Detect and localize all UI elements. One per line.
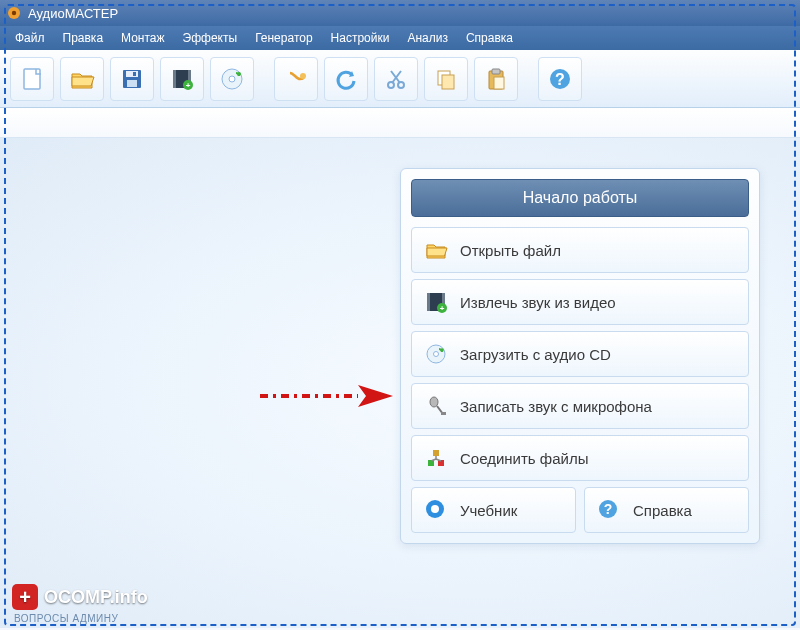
svg-point-13 — [229, 76, 235, 82]
svg-rect-21 — [492, 69, 500, 74]
mic-icon — [424, 394, 448, 418]
svg-point-14 — [237, 72, 241, 76]
svg-point-1 — [12, 11, 16, 15]
svg-rect-4 — [126, 71, 138, 77]
start-tutorial[interactable]: Учебник — [411, 487, 576, 533]
svg-rect-8 — [173, 70, 176, 88]
start-bottom-label: Справка — [633, 502, 692, 519]
start-option-label: Записать звук с микрофона — [460, 398, 652, 415]
start-merge-files[interactable]: Соединить файлы — [411, 435, 749, 481]
merge-icon — [424, 446, 448, 470]
toolbar: + ? — [0, 50, 800, 108]
help-icon: ? — [597, 498, 621, 522]
svg-rect-34 — [441, 412, 446, 415]
workspace: Начало работы Открыть файл + Извлечь зву… — [0, 138, 800, 628]
app-window: АудиоМАСТЕР Файл Правка Монтаж Эффекты Г… — [0, 0, 800, 630]
start-option-label: Соединить файлы — [460, 450, 588, 467]
menubar: Файл Правка Монтаж Эффекты Генератор Нас… — [0, 26, 800, 50]
svg-point-33 — [430, 397, 438, 407]
menu-settings[interactable]: Настройки — [322, 31, 399, 45]
arrow-annotation — [258, 381, 398, 411]
menu-edit[interactable]: Правка — [54, 31, 113, 45]
svg-text:+: + — [440, 304, 445, 313]
start-load-cd[interactable]: Загрузить с аудио CD — [411, 331, 749, 377]
toolbar-save[interactable] — [110, 57, 154, 101]
toolbar-new[interactable] — [10, 57, 54, 101]
svg-rect-22 — [494, 77, 504, 89]
watermark-badge-icon: + — [12, 584, 38, 610]
svg-point-32 — [440, 348, 444, 352]
folder-icon — [424, 238, 448, 262]
start-option-label: Извлечь звук из видео — [460, 294, 616, 311]
svg-text:?: ? — [604, 501, 613, 517]
toolbar-undo[interactable] — [324, 57, 368, 101]
video-icon: + — [424, 290, 448, 314]
svg-rect-19 — [442, 75, 454, 89]
svg-text:+: + — [186, 81, 191, 90]
svg-rect-6 — [133, 72, 136, 76]
svg-text:?: ? — [555, 71, 565, 88]
start-panel-title: Начало работы — [411, 179, 749, 217]
menu-help[interactable]: Справка — [457, 31, 522, 45]
sub-toolbar — [0, 108, 800, 138]
toolbar-copy[interactable] — [424, 57, 468, 101]
svg-rect-5 — [127, 80, 137, 87]
toolbar-paste[interactable] — [474, 57, 518, 101]
toolbar-effects[interactable] — [274, 57, 318, 101]
menu-generator[interactable]: Генератор — [246, 31, 321, 45]
svg-point-15 — [300, 73, 306, 79]
start-open-file[interactable]: Открыть файл — [411, 227, 749, 273]
watermark: + OCOMP.info — [12, 584, 148, 610]
svg-point-31 — [434, 352, 439, 357]
start-bottom-label: Учебник — [460, 502, 517, 519]
start-panel: Начало работы Открыть файл + Извлечь зву… — [400, 168, 760, 544]
toolbar-help[interactable]: ? — [538, 57, 582, 101]
app-title: АудиоМАСТЕР — [28, 6, 118, 21]
menu-file[interactable]: Файл — [6, 31, 54, 45]
titlebar: АудиоМАСТЕР — [0, 0, 800, 26]
book-icon — [424, 498, 448, 522]
start-option-label: Открыть файл — [460, 242, 561, 259]
svg-rect-2 — [24, 69, 40, 89]
svg-rect-35 — [433, 450, 439, 456]
toolbar-cut[interactable] — [374, 57, 418, 101]
toolbar-video-extract[interactable]: + — [160, 57, 204, 101]
cd-icon — [424, 342, 448, 366]
start-option-label: Загрузить с аудио CD — [460, 346, 611, 363]
watermark-sub: ВОПРОСЫ АДМИНУ — [14, 613, 118, 624]
toolbar-cd-import[interactable] — [210, 57, 254, 101]
menu-effects[interactable]: Эффекты — [174, 31, 247, 45]
menu-analysis[interactable]: Анализ — [398, 31, 457, 45]
watermark-text: OCOMP.info — [44, 587, 148, 608]
start-record-mic[interactable]: Записать звук с микрофона — [411, 383, 749, 429]
toolbar-open[interactable] — [60, 57, 104, 101]
menu-montage[interactable]: Монтаж — [112, 31, 174, 45]
start-extract-video[interactable]: + Извлечь звук из видео — [411, 279, 749, 325]
svg-rect-26 — [427, 293, 430, 311]
app-icon — [6, 5, 22, 21]
start-help[interactable]: ? Справка — [584, 487, 749, 533]
